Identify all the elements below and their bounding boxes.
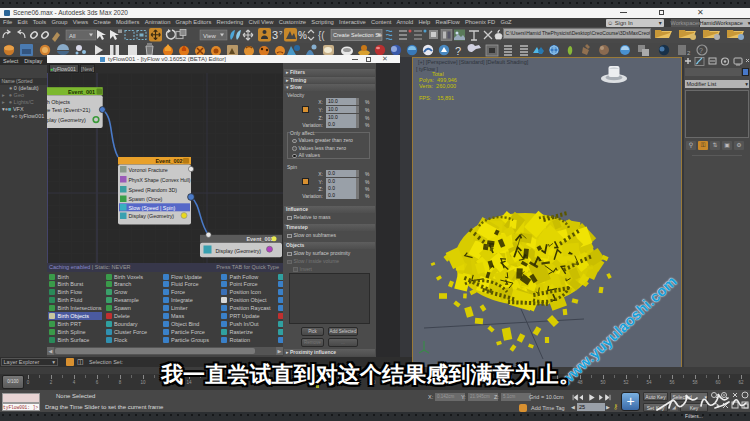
svg-text:Display (Geometry): Display (Geometry) (129, 213, 175, 219)
svg-text:?: ? (455, 45, 461, 57)
svg-text:Speed (Random 3D): Speed (Random 3D) (129, 187, 178, 193)
svg-text:Event_001: Event_001 (68, 89, 95, 95)
svg-text:Birth Objects: Birth Objects (47, 99, 70, 105)
svg-text:All: All (69, 33, 76, 39)
svg-text:Spawn (Once): Spawn (Once) (129, 196, 163, 202)
svg-text:PhysX Shape (Convex Hull): PhysX Shape (Convex Hull) (129, 177, 191, 183)
svg-text:Slow (Speed | Spin): Slow (Speed | Spin) (129, 205, 176, 211)
svg-text:?: ? (699, 47, 703, 54)
svg-text:?: ? (279, 30, 283, 36)
svg-text:Event_002: Event_002 (155, 158, 182, 164)
svg-text:View: View (203, 33, 217, 39)
svg-text:3: 3 (272, 29, 278, 41)
svg-text:Display (Geometry): Display (Geometry) (216, 248, 262, 254)
svg-text:{(: {( (318, 30, 325, 41)
svg-text:%: % (298, 30, 307, 41)
svg-text:Event_003: Event_003 (246, 236, 273, 242)
svg-text:Create Selection Se: Create Selection Se (333, 32, 382, 38)
svg-text:2: 2 (687, 50, 691, 56)
svg-text:Age Test (Event>21): Age Test (Event>21) (47, 107, 91, 113)
svg-text:Display (Geometry): Display (Geometry) (47, 117, 86, 123)
svg-text:Voronoi Fracture: Voronoi Fracture (129, 167, 168, 173)
